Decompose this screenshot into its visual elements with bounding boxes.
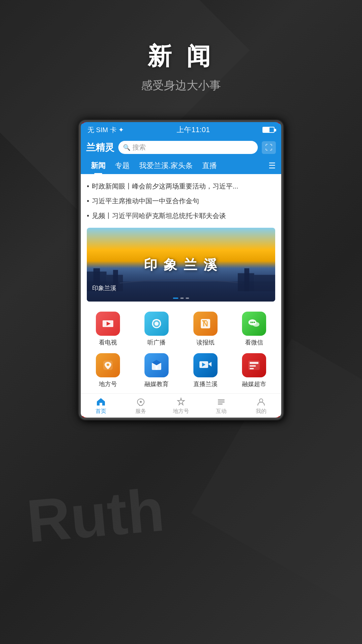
live-icon (199, 360, 212, 371)
nav-localnum[interactable]: 地方号 (161, 397, 201, 415)
mine-icon (256, 397, 266, 407)
news-text-1: 时政新闻眼丨峰会前夕这两场重要活动，习近平... (92, 181, 238, 191)
live-icon-box (193, 353, 218, 377)
service-icon (135, 397, 146, 407)
edu-icon-box (144, 353, 169, 377)
app-logo: 兰精灵 (86, 141, 114, 154)
status-battery (262, 127, 275, 133)
tab-live[interactable]: 直播 (197, 157, 222, 174)
market-label: 融媒超市 (242, 380, 266, 388)
market-icon-box (242, 353, 266, 377)
banner-image[interactable]: 印 象 兰 溪 印象兰溪 (87, 228, 275, 302)
nav-mine[interactable]: 我的 (241, 397, 281, 415)
icons-grid: 看电视 听广播 N 读报纸 (81, 306, 281, 393)
icon-edu[interactable]: 融媒教育 (136, 353, 178, 388)
news-item-2[interactable]: • 习近平主席推动中国一中亚合作金句 (87, 194, 275, 208)
nav-home-label: 首页 (96, 408, 106, 415)
interact-icon (216, 397, 227, 407)
hamburger-button[interactable]: ☰ (268, 161, 276, 170)
banner-title: 印 象 兰 溪 (144, 256, 218, 274)
dot-2 (180, 298, 184, 299)
status-bar: 无 SIM 卡 ✦ 上午11:01 (81, 122, 281, 138)
svg-point-32 (140, 401, 142, 403)
svg-rect-34 (218, 399, 225, 400)
news-bullet: • (87, 196, 89, 206)
market-icon (248, 359, 260, 371)
status-time: 上午11:01 (177, 125, 210, 135)
news-text-3: 见频丨习近平同哈萨克斯坦总统托卡耶夫会谈 (92, 211, 226, 220)
icon-radio[interactable]: 听广播 (136, 312, 178, 346)
local-icon-box (96, 353, 120, 377)
local-label: 地方号 (99, 380, 117, 388)
radio-icon-box (144, 312, 169, 336)
icon-wechat[interactable]: 看微信 (233, 312, 276, 346)
nav-home[interactable]: 首页 (81, 397, 121, 415)
tab-topics[interactable]: 专题 (110, 157, 134, 174)
wechat-icon-box (242, 312, 266, 336)
icon-local[interactable]: 地方号 (87, 353, 129, 388)
svg-marker-31 (97, 398, 105, 406)
svg-rect-36 (218, 404, 223, 405)
banner-caption: 印象兰溪 (92, 284, 116, 292)
edu-icon (150, 359, 163, 371)
wechat-icon (247, 318, 261, 330)
expand-button[interactable]: ⛶ (262, 141, 276, 154)
svg-rect-23 (156, 365, 158, 370)
news-item-3[interactable]: • 见频丨习近平同哈萨克斯坦总统托卡耶夫会谈 (87, 208, 275, 223)
status-carrier: 无 SIM 卡 ✦ (87, 125, 124, 135)
paper-label: 读报纸 (196, 338, 215, 346)
dot-1 (173, 298, 178, 299)
localnum-icon (176, 397, 186, 407)
icon-tv[interactable]: 看电视 (87, 312, 129, 346)
svg-marker-25 (208, 362, 212, 367)
search-bar[interactable]: 🔍 搜索 (118, 141, 258, 154)
nav-interact[interactable]: 互动 (201, 397, 241, 415)
bottom-nav: 首页 服务 地方号 (81, 393, 281, 418)
svg-point-19 (254, 322, 255, 323)
battery-icon (262, 127, 275, 133)
svg-point-17 (250, 322, 252, 323)
svg-point-18 (252, 322, 253, 323)
tab-local[interactable]: 我爱兰溪.家头条 (134, 157, 197, 174)
dot-3 (186, 298, 189, 299)
page-title: 新 闻 (0, 40, 362, 72)
local-icon (102, 359, 114, 371)
wechat-label: 看微信 (245, 338, 263, 346)
radio-icon (150, 318, 163, 330)
live-label: 直播兰溪 (193, 380, 218, 388)
nav-localnum-label: 地方号 (173, 408, 189, 415)
nav-service-label: 服务 (135, 408, 146, 415)
banner-container: 印 象 兰 溪 印象兰溪 (81, 228, 281, 306)
svg-rect-14 (202, 320, 207, 321)
news-item-1[interactable]: • 时政新闻眼丨峰会前夕这两场重要活动，习近平... (87, 179, 275, 194)
news-text-2: 习近平主席推动中国一中亚合作金句 (92, 196, 199, 206)
phone-frame: 无 SIM 卡 ✦ 上午11:01 兰精灵 🔍 搜索 ⛶ 新闻 专题 我爱兰溪.… (79, 120, 283, 420)
banner-dots (173, 298, 189, 299)
nav-interact-label: 互动 (216, 408, 227, 415)
svg-point-16 (253, 322, 259, 327)
tv-label: 看电视 (99, 338, 117, 346)
icon-live[interactable]: 直播兰溪 (184, 353, 227, 388)
tab-news[interactable]: 新闻 (86, 157, 110, 174)
nav-tabs: 新闻 专题 我爱兰溪.家头条 直播 ☰ (81, 157, 281, 174)
tv-icon (102, 319, 114, 328)
svg-rect-29 (250, 365, 256, 367)
icon-paper[interactable]: N 读报纸 (184, 312, 227, 346)
paper-icon: N (199, 318, 212, 330)
search-placeholder: 搜索 (132, 143, 146, 152)
nav-service[interactable]: 服务 (121, 397, 161, 415)
svg-rect-35 (218, 401, 225, 402)
svg-marker-33 (178, 398, 184, 405)
svg-point-37 (259, 399, 263, 402)
home-icon (96, 397, 106, 407)
nav-mine-label: 我的 (256, 408, 266, 415)
news-list: • 时政新闻眼丨峰会前夕这两场重要活动，习近平... • 习近平主席推动中国一中… (81, 174, 281, 228)
svg-rect-28 (250, 362, 258, 364)
news-bullet: • (87, 211, 89, 220)
radio-label: 听广播 (147, 338, 166, 346)
page-header: 新 闻 感受身边大小事 (0, 0, 362, 107)
icon-market[interactable]: 融媒超市 (233, 353, 276, 388)
search-icon: 🔍 (123, 144, 130, 151)
svg-rect-30 (250, 368, 254, 369)
paper-icon-box: N (193, 312, 218, 336)
